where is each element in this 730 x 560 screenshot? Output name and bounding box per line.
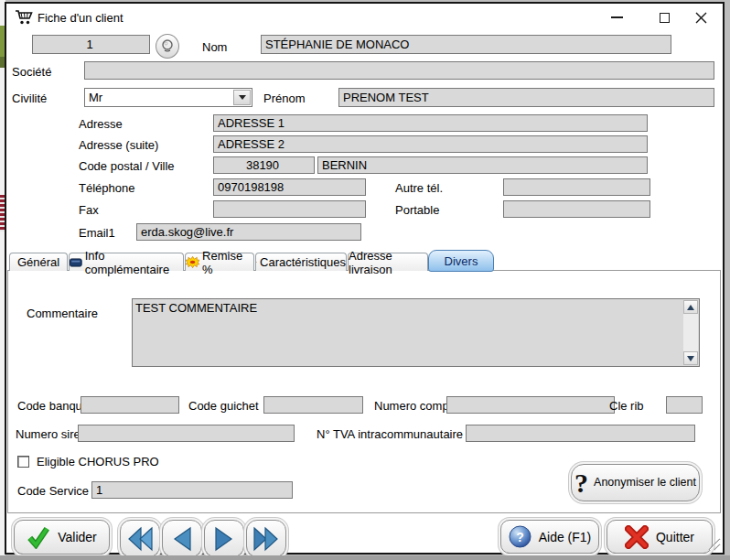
cart-icon <box>15 9 33 26</box>
right-arrow-icon <box>212 526 236 552</box>
numero-siret-field[interactable] <box>78 425 295 442</box>
autre-tel-field[interactable] <box>503 178 650 196</box>
tab-divers[interactable]: Divers <box>428 250 494 272</box>
left-arrow-icon <box>170 526 194 552</box>
double-right-arrow-icon <box>252 526 281 552</box>
code-guichet-label: Code guichet <box>188 399 259 413</box>
window-title: Fiche d'un client <box>38 11 123 25</box>
adresse-suite-field[interactable]: ADRESSE 2 <box>213 135 648 153</box>
tab-adresse-livraison[interactable]: Adresse livraison <box>348 253 428 271</box>
telephone-label: Téléphone <box>79 181 134 195</box>
valider-button[interactable]: Valider <box>14 520 110 555</box>
nav-last-button[interactable] <box>246 520 286 557</box>
ville-field[interactable]: BERNIN <box>317 156 648 174</box>
societe-field[interactable] <box>84 61 714 80</box>
code-guichet-field[interactable] <box>263 396 363 414</box>
fax-label: Fax <box>79 203 99 217</box>
screen-bottom-strip <box>0 555 730 560</box>
telephone-field[interactable]: 0970198198 <box>213 178 366 196</box>
numero-compte-field[interactable] <box>446 396 615 414</box>
person-icon <box>256 255 257 269</box>
tab-label: Remise % <box>202 249 253 276</box>
code-postal-field[interactable]: 38190 <box>213 156 315 174</box>
close-icon <box>695 12 707 24</box>
civilite-value: Mr <box>89 91 102 104</box>
scroll-down-button[interactable] <box>683 351 698 365</box>
quitter-button[interactable]: Quitter <box>607 520 713 554</box>
fax-field[interactable] <box>213 200 366 218</box>
client-number-field[interactable]: 1 <box>32 35 150 54</box>
code-service-label: Code Service <box>17 484 89 498</box>
minimize-icon <box>611 16 623 18</box>
adresse-label: Adresse <box>79 117 123 131</box>
arrow-down-icon <box>687 356 694 361</box>
nav-next-button[interactable] <box>204 520 244 557</box>
arrow-up-icon <box>687 305 694 310</box>
card-icon <box>70 258 82 267</box>
valider-label: Valider <box>58 530 97 544</box>
tab-label: Info complémentaire <box>85 249 183 276</box>
question-mark-icon: ? <box>574 469 588 497</box>
resize-grip[interactable] <box>704 534 721 551</box>
nom-label: Nom <box>202 40 227 54</box>
minimize-button[interactable] <box>596 4 637 31</box>
tab-label: Caractéristiques <box>260 255 346 269</box>
tab-label: Adresse livraison <box>349 249 427 276</box>
maximize-icon <box>660 13 670 23</box>
numero-siret-label: Numero siret <box>16 427 83 441</box>
nav-previous-button[interactable] <box>162 520 202 557</box>
code-service-field[interactable]: 1 <box>91 481 293 499</box>
chorus-checkbox[interactable] <box>17 456 29 468</box>
tab-general[interactable]: Général <box>9 253 68 271</box>
adresse-field[interactable]: ADRESSE 1 <box>213 114 648 132</box>
societe-label: Société <box>12 65 51 79</box>
email-label: Email1 <box>79 226 115 240</box>
cle-rib-field[interactable] <box>666 396 703 414</box>
nom-field[interactable]: STÉPHANIE DE MONACO <box>261 35 671 54</box>
search-button[interactable] <box>156 34 179 59</box>
code-postal-ville-label: Code postal / Ville <box>79 159 175 173</box>
chorus-label: Eligible CHORUS PRO <box>37 455 159 468</box>
scroll-up-button[interactable] <box>683 300 698 314</box>
tab-label: Divers <box>445 254 478 268</box>
cle-rib-label: Cle rib <box>609 399 644 413</box>
help-icon: ? <box>509 525 531 548</box>
adresse-suite-label: Adresse (suite) <box>79 138 158 152</box>
portable-field[interactable] <box>503 200 650 218</box>
prenom-label: Prénom <box>263 92 306 105</box>
code-banque-label: Code banque <box>17 399 89 413</box>
title-bar[interactable]: Fiche d'un client <box>6 4 723 31</box>
nav-first-button[interactable] <box>120 520 160 557</box>
aide-button[interactable]: ? Aide (F1) <box>500 520 599 554</box>
fiche-client-window: Fiche d'un client 1 Nom STÉPHANIE DE <box>5 2 725 555</box>
tab-label: Général <box>17 255 59 269</box>
quitter-label: Quitter <box>656 530 694 544</box>
tva-label: N° TVA intracommunautaire <box>317 427 463 441</box>
portable-label: Portable <box>395 203 439 217</box>
close-button[interactable] <box>681 4 721 31</box>
chevron-down-icon <box>239 95 246 100</box>
autre-tel-label: Autre tél. <box>395 181 443 195</box>
commentaire-textarea[interactable]: TEST COMMENTAIRE <box>132 298 700 367</box>
civilite-select[interactable]: Mr <box>84 88 252 107</box>
tab-remise[interactable]: Remise % <box>185 253 254 271</box>
tva-field[interactable] <box>466 425 695 442</box>
screen: Fiche d'un client 1 Nom STÉPHANIE DE <box>0 0 730 560</box>
check-icon <box>27 525 50 549</box>
email-field[interactable]: erda.skog@live.fr <box>136 223 361 241</box>
combo-drop-button[interactable] <box>233 90 251 105</box>
magnifier-icon <box>160 38 175 54</box>
anonymiser-label: Anonymiser le client <box>594 476 696 490</box>
civilite-label: Civilité <box>12 92 47 105</box>
aide-label: Aide (F1) <box>539 530 592 544</box>
anonymiser-button[interactable]: ? Anonymiser le client <box>571 464 700 501</box>
x-icon <box>625 525 649 549</box>
tab-info-complementaire[interactable]: Info complémentaire <box>69 253 184 271</box>
maximize-button[interactable] <box>644 4 684 31</box>
prenom-field[interactable]: PRENOM TEST <box>338 88 714 107</box>
code-banque-field[interactable] <box>81 396 179 414</box>
tab-caracteristiques[interactable]: Caractéristiques <box>255 253 347 271</box>
commentaire-label: Commentaire <box>27 307 98 320</box>
comment-scrollbar[interactable] <box>683 300 698 365</box>
svg-text:?: ? <box>516 530 524 544</box>
